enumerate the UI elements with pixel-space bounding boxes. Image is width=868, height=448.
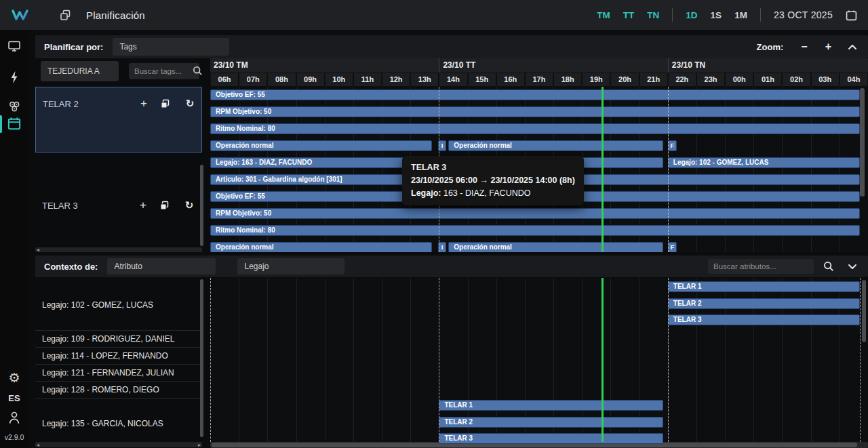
hour-cell: 14h	[439, 73, 467, 86]
gantt-bar[interactable]: F	[668, 140, 677, 151]
gantt-bar[interactable]: Legajo: 163 - DIAZ, FACUNDO	[210, 157, 432, 168]
tooltip-range: 23/10/2025 06:00 → 23/10/2025 14:00 (8h)	[411, 174, 575, 187]
range-toggle-1d[interactable]: 1D	[686, 10, 697, 20]
context-row[interactable]: Legajo: 135 - GARCIA, NICOLAS	[35, 398, 202, 448]
gantt-vertical-scrollbar[interactable]	[860, 88, 865, 197]
machine-name: TELAR 2	[36, 99, 137, 109]
gantt-bar[interactable]: Operación normal	[210, 140, 432, 151]
range-toggle-1m[interactable]: 1M	[734, 10, 747, 20]
calendar-icon[interactable]	[846, 9, 857, 21]
duplicate-icon[interactable]	[160, 99, 174, 109]
gantt-bar[interactable]: TELAR 2	[439, 417, 663, 428]
gantt-bar[interactable]: RPM Objetivo: 50	[210, 208, 860, 219]
grid-line	[267, 278, 268, 442]
context-row[interactable]: Legajo: 121 - FERNANDEZ, JULIAN	[35, 364, 202, 381]
hour-cell: 21h	[640, 73, 667, 86]
gantt-bar[interactable]: Operación normal	[210, 242, 432, 252]
gantt-bar[interactable]: Ritmo Nominal: 80	[210, 225, 860, 236]
timeline-section-label: 23/10 TM	[214, 60, 248, 70]
hour-cell: 15h	[469, 73, 496, 86]
machine-row-telar-2[interactable]: TELAR 2 + ↻	[35, 87, 202, 152]
collapse-chevron-up-icon[interactable]	[848, 44, 857, 50]
gantt-bar[interactable]: Objetivo EF: 55	[210, 89, 860, 100]
gantt-bar[interactable]: TELAR 3	[668, 314, 860, 325]
planner-mode-chip[interactable]: Tags	[113, 38, 229, 56]
tooltip-detail: Legajo: 163 - DIAZ, FACUNDO	[411, 187, 575, 200]
context-row-label: Legajo: 128 - ROMERO, DIEGO	[35, 385, 159, 394]
app-logo-icon	[11, 8, 30, 22]
search-icon[interactable]	[823, 261, 834, 272]
divider	[760, 8, 761, 22]
gantt-bar[interactable]: TELAR 1	[439, 400, 663, 411]
shift-toggle-tt[interactable]: TT	[623, 10, 635, 20]
context-type-chip[interactable]: Atributo	[107, 258, 216, 274]
active-nav-indicator	[0, 115, 2, 133]
shift-toggle-tm[interactable]: TM	[597, 10, 610, 20]
context-row[interactable]: Legajo: 102 - GOMEZ, LUCAS	[35, 279, 202, 330]
add-icon[interactable]: +	[136, 199, 150, 212]
search-icon[interactable]	[193, 66, 203, 76]
machines-icon[interactable]	[7, 100, 21, 113]
machines-horizontal-scrollbar[interactable]: ◂	[35, 247, 202, 252]
pages-icon[interactable]	[60, 9, 71, 21]
gantt-bar[interactable]: Legajo: 102 - GOMEZ, LUCAS	[668, 157, 860, 168]
version-label: v2.9.0	[0, 433, 28, 441]
shift-boundary-line	[668, 87, 669, 252]
context-gantt-vertical-scrollbar[interactable]	[862, 280, 866, 342]
hour-cell: 12h	[382, 73, 410, 86]
planner-toolbar: Planificar por: Tags Zoom: − +	[35, 35, 868, 58]
timeline-section: 23/10 TN	[668, 58, 868, 73]
context-value-chip[interactable]: Legajo	[237, 258, 344, 274]
timeline-section: 23/10 TT	[439, 58, 668, 73]
current-time-line	[601, 87, 604, 252]
lightning-icon[interactable]	[7, 70, 21, 84]
context-list-vertical-scrollbar[interactable]	[200, 279, 203, 437]
search-attributes-input[interactable]	[708, 259, 814, 274]
planning-calendar-icon[interactable]	[7, 117, 21, 130]
context-label: Contexto de:	[44, 262, 98, 272]
tag-group-chip[interactable]: TEJEDURIA A	[41, 61, 119, 81]
grid-line	[382, 278, 382, 442]
add-icon[interactable]: +	[137, 97, 151, 110]
machines-vertical-scrollbar[interactable]	[200, 165, 203, 246]
gantt-bar[interactable]: F	[668, 242, 677, 252]
context-row[interactable]: Legajo: 114 - LOPEZ, FERNANDO	[35, 347, 202, 364]
user-icon[interactable]	[7, 411, 21, 425]
language-label[interactable]: ES	[0, 393, 28, 403]
scroll-left-arrow[interactable]: ◂	[37, 247, 39, 253]
grid-line	[353, 278, 354, 442]
gantt-bar[interactable]: Ritmo Nominal: 80	[210, 123, 860, 134]
shift-toggle-tn[interactable]: TN	[647, 10, 659, 20]
hour-cell: 23h	[697, 73, 724, 86]
grid-line	[325, 278, 326, 442]
gantt-bar[interactable]: TELAR 1	[668, 281, 860, 292]
gantt-bar[interactable]: RPM Objetivo: 50	[210, 106, 860, 117]
current-date[interactable]: 23 OCT 2025	[774, 9, 833, 20]
context-row[interactable]: Legajo: 128 - ROMERO, DIEGO	[35, 381, 202, 398]
search-tags-input[interactable]	[129, 63, 199, 79]
gantt-bar[interactable]: Operación normal	[448, 242, 663, 252]
context-row[interactable]: Legajo: 109 - RODRIGUEZ, DANIEL	[35, 330, 202, 347]
settings-gear-icon[interactable]: ⚙	[7, 371, 21, 384]
timeline-section-label: 23/10 TT	[443, 60, 475, 70]
scroll-left-arrow[interactable]: ◂	[37, 442, 39, 448]
range-toggle-1s[interactable]: 1S	[711, 10, 722, 20]
expand-chevron-down-icon[interactable]	[848, 264, 857, 270]
gantt-bar[interactable]: Operación normal	[448, 140, 663, 151]
hour-cell: 06h	[211, 73, 238, 86]
top-bar: Planificación TM TT TN 1D 1S 1M 23 OCT 2…	[0, 0, 868, 30]
refresh-icon[interactable]: ↻	[182, 199, 196, 212]
monitor-icon[interactable]	[7, 39, 21, 53]
hour-cell: 20h	[611, 73, 638, 86]
duplicate-icon[interactable]	[159, 201, 173, 211]
machines-panel: TELAR 2 + ↻ TELAR 3 + ↻ ◂	[35, 87, 203, 252]
scroll-right-arrow[interactable]: ▸	[198, 442, 201, 448]
context-row-label: Legajo: 114 - LOPEZ, FERNANDO	[35, 351, 168, 361]
gantt-bar[interactable]: TELAR 2	[668, 298, 860, 309]
refresh-icon[interactable]: ↻	[183, 97, 197, 110]
zoom-out-button[interactable]: −	[801, 41, 807, 52]
context-list-horizontal-scrollbar[interactable]: ◂▸	[35, 442, 202, 447]
machine-name: TELAR 3	[35, 201, 136, 211]
gantt-bar[interactable]: TELAR 3	[439, 433, 663, 444]
zoom-in-button[interactable]: +	[825, 41, 831, 52]
